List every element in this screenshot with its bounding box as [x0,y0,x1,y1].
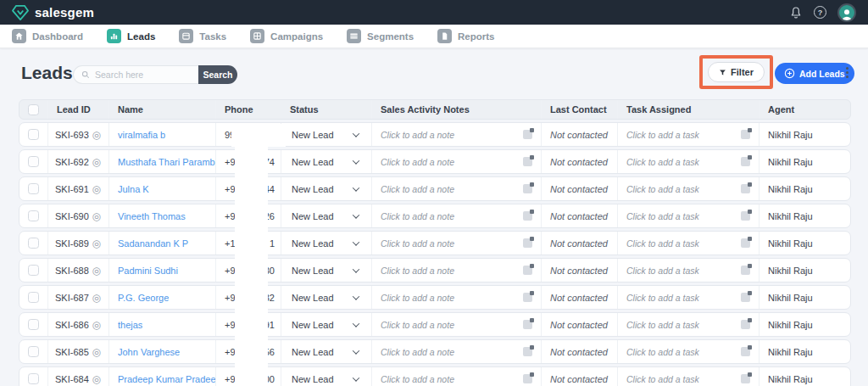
task-cell[interactable]: Click to add a task [617,313,759,336]
task-edit-icon[interactable] [741,374,750,383]
lead-name-link[interactable]: Sadanandan K P [118,238,188,249]
copy-lead-id-icon[interactable]: ◎ [92,129,101,141]
tab-campaigns[interactable]: Campaigns [250,29,323,43]
note-cell[interactable]: Click to add a note [371,123,541,146]
row-checkbox[interactable] [28,183,39,194]
note-edit-icon[interactable] [523,347,532,356]
status-dropdown[interactable]: New Lead [281,259,371,282]
status-dropdown[interactable]: New Lead [281,340,371,363]
note-cell[interactable]: Click to add a note [371,204,541,227]
agent-name: Nikhil Raju [768,157,813,167]
task-edit-icon[interactable] [741,184,750,193]
lead-name-link[interactable]: Padmini Sudhi [118,266,178,276]
note-edit-icon[interactable] [523,320,532,329]
task-cell[interactable]: Click to add a task [617,367,759,386]
row-checkbox[interactable] [28,156,39,167]
note-edit-icon[interactable] [523,293,532,302]
task-cell[interactable]: Click to add a task [617,123,759,146]
copy-lead-id-icon[interactable]: ◎ [92,319,101,331]
row-checkbox[interactable] [28,265,39,276]
more-options-icon[interactable] [842,67,852,78]
row-checkbox[interactable] [28,292,39,303]
search-field[interactable] [73,65,198,84]
status-dropdown[interactable]: New Lead [281,204,371,227]
task-cell[interactable]: Click to add a task [617,204,759,227]
copy-lead-id-icon[interactable]: ◎ [92,373,101,385]
lead-name-link[interactable]: thejas [118,320,142,330]
table-row: SKI-685◎ John Varghese +9156 New Lead Cl… [19,339,851,364]
status-dropdown[interactable]: New Lead [281,367,371,386]
task-cell[interactable]: Click to add a task [617,150,759,173]
task-cell[interactable]: Click to add a task [617,177,759,200]
lead-name-link[interactable]: Vineeth Thomas [118,211,186,221]
note-cell[interactable]: Click to add a note [371,286,541,309]
copy-lead-id-icon[interactable]: ◎ [92,238,101,249]
lead-name-link[interactable]: Julna K [118,184,149,194]
filter-button[interactable]: Filter [708,62,765,82]
task-edit-icon[interactable] [741,211,750,221]
note-edit-icon[interactable] [523,157,532,166]
task-edit-icon[interactable] [741,130,750,139]
copy-lead-id-icon[interactable]: ◎ [92,265,101,277]
brand-logo[interactable]: salesgem [12,5,94,20]
note-cell[interactable]: Click to add a note [371,150,541,173]
lead-name-link[interactable]: viralmafia b [118,130,165,140]
status-dropdown[interactable]: New Lead [281,150,371,173]
task-edit-icon[interactable] [741,320,750,329]
tab-tasks[interactable]: Tasks [179,29,226,43]
tab-dashboard[interactable]: Dashboard [12,29,83,43]
note-edit-icon[interactable] [523,238,532,248]
note-cell[interactable]: Click to add a note [371,313,541,336]
copy-lead-id-icon[interactable]: ◎ [92,210,101,222]
bell-icon[interactable] [789,6,803,20]
search-button[interactable]: Search [198,65,237,84]
task-edit-icon[interactable] [741,266,750,275]
note-cell[interactable]: Click to add a note [371,177,541,200]
row-checkbox[interactable] [28,210,39,221]
task-edit-icon[interactable] [741,293,750,302]
note-cell[interactable]: Click to add a note [371,259,541,282]
status-dropdown[interactable]: New Lead [281,177,371,200]
note-edit-icon[interactable] [523,374,532,383]
note-cell[interactable]: Click to add a note [371,367,541,386]
copy-lead-id-icon[interactable]: ◎ [92,346,101,358]
tab-leads[interactable]: Leads [107,29,155,43]
copy-lead-id-icon[interactable]: ◎ [92,156,101,168]
row-checkbox[interactable] [28,129,39,140]
copy-lead-id-icon[interactable]: ◎ [92,292,101,304]
row-checkbox[interactable] [28,319,39,330]
task-edit-icon[interactable] [741,157,750,166]
note-cell[interactable]: Click to add a note [371,340,541,363]
top-navbar: salesgem ? [0,0,868,25]
row-checkbox[interactable] [28,373,39,384]
lead-name-link[interactable]: Pradeep Kumar Pradeep Kumar [118,374,215,384]
task-edit-icon[interactable] [741,347,750,356]
note-edit-icon[interactable] [523,184,532,193]
annotation-highlight: Filter [699,55,773,89]
tab-reports[interactable]: Reports [437,29,494,43]
status-dropdown[interactable]: New Lead [281,123,371,146]
task-edit-icon[interactable] [741,238,750,248]
lead-name-link[interactable]: John Varghese [118,347,180,357]
task-cell[interactable]: Click to add a task [617,340,759,363]
status-dropdown[interactable]: New Lead [281,313,371,336]
copy-lead-id-icon[interactable]: ◎ [92,183,101,195]
lead-name-link[interactable]: Musthafa Thari Paramba [118,157,215,167]
search-input[interactable] [95,70,188,80]
note-edit-icon[interactable] [523,266,532,275]
row-checkbox[interactable] [28,238,39,249]
row-checkbox[interactable] [28,346,39,357]
select-all-checkbox[interactable] [28,104,39,115]
note-edit-icon[interactable] [523,211,532,221]
note-edit-icon[interactable] [523,130,532,139]
status-dropdown[interactable]: New Lead [281,286,371,309]
task-cell[interactable]: Click to add a task [617,232,759,255]
help-icon[interactable]: ? [814,6,826,19]
note-cell[interactable]: Click to add a note [371,232,541,255]
tab-segments[interactable]: Segments [347,29,414,43]
status-dropdown[interactable]: New Lead [281,232,371,255]
task-cell[interactable]: Click to add a task [617,286,759,309]
user-avatar[interactable] [837,3,856,22]
task-cell[interactable]: Click to add a task [617,259,759,282]
lead-name-link[interactable]: P.G. George [118,293,169,303]
